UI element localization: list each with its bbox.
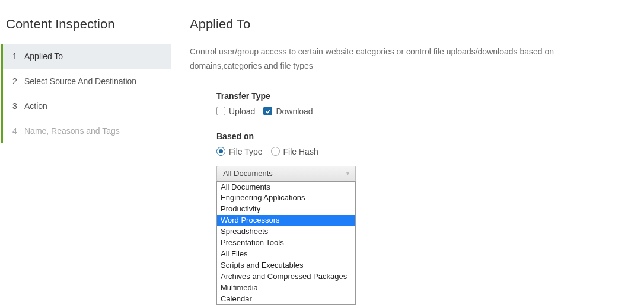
transfer-type-section: Transfer Type Upload Download bbox=[190, 91, 626, 116]
select-value: All Documents bbox=[223, 169, 273, 178]
radio-icon bbox=[271, 147, 280, 156]
select-dropdown: All DocumentsEngineering ApplicationsPro… bbox=[216, 181, 356, 305]
page-title: Applied To bbox=[190, 17, 626, 32]
dropdown-option[interactable]: All Documents bbox=[217, 182, 355, 193]
dropdown-option[interactable]: Productivity bbox=[217, 204, 355, 215]
wizard-step-1[interactable]: 1Applied To bbox=[3, 44, 171, 69]
dropdown-option[interactable]: Word Processors bbox=[217, 215, 355, 226]
step-number: 4 bbox=[12, 126, 24, 136]
file-hash-label: File Hash bbox=[283, 147, 318, 156]
wizard-step-3[interactable]: 3Action bbox=[3, 94, 171, 118]
dropdown-option[interactable]: Archives and Compressed Packages bbox=[217, 271, 355, 282]
download-checkbox[interactable]: Download bbox=[263, 107, 313, 116]
dropdown-option[interactable]: Calendar bbox=[217, 294, 355, 305]
upload-label: Upload bbox=[229, 107, 255, 116]
wizard-steps: 1Applied To2Select Source And Destinatio… bbox=[1, 44, 171, 143]
file-type-radio[interactable]: File Type bbox=[216, 147, 263, 156]
transfer-type-label: Transfer Type bbox=[216, 91, 626, 101]
step-number: 2 bbox=[12, 76, 24, 86]
chevron-down-icon: ▾ bbox=[346, 170, 349, 176]
step-label: Applied To bbox=[24, 52, 162, 61]
step-number: 1 bbox=[12, 52, 24, 61]
download-label: Download bbox=[276, 107, 313, 116]
file-type-select[interactable]: All Documents ▾ All DocumentsEngineering… bbox=[216, 166, 356, 181]
file-hash-radio[interactable]: File Hash bbox=[271, 147, 318, 156]
dropdown-option[interactable]: Multimedia bbox=[217, 282, 355, 294]
based-on-row: File Type File Hash bbox=[216, 147, 626, 156]
dropdown-option[interactable]: Scripts and Executables bbox=[217, 260, 355, 271]
based-on-section: Based on File Type File Hash All Documen… bbox=[190, 131, 626, 181]
dropdown-option[interactable]: Engineering Applications bbox=[217, 192, 355, 204]
dropdown-option[interactable]: Spreadsheets bbox=[217, 226, 355, 237]
wizard-sidebar: Content Inspection 1Applied To2Select So… bbox=[0, 0, 172, 305]
wizard-step-2[interactable]: 2Select Source And Destination bbox=[3, 69, 171, 94]
step-label: Name, Reasons and Tags bbox=[24, 126, 162, 136]
sidebar-title: Content Inspection bbox=[0, 12, 171, 44]
page-description: Control user/group access to certain web… bbox=[190, 45, 626, 73]
step-label: Action bbox=[24, 101, 162, 111]
radio-icon bbox=[216, 147, 225, 156]
checkbox-icon bbox=[263, 107, 272, 115]
based-on-label: Based on bbox=[216, 131, 626, 141]
dropdown-option[interactable]: Presentation Tools bbox=[217, 237, 355, 249]
dropdown-option[interactable]: All Files bbox=[217, 249, 355, 260]
file-type-label: File Type bbox=[229, 147, 263, 156]
transfer-type-row: Upload Download bbox=[216, 107, 626, 116]
step-label: Select Source And Destination bbox=[24, 76, 162, 86]
wizard-step-4: 4Name, Reasons and Tags bbox=[3, 118, 171, 143]
checkbox-icon bbox=[216, 107, 225, 115]
main-panel: Applied To Control user/group access to … bbox=[172, 0, 644, 305]
select-display[interactable]: All Documents ▾ bbox=[216, 166, 356, 181]
step-number: 3 bbox=[12, 101, 24, 111]
upload-checkbox[interactable]: Upload bbox=[216, 107, 255, 116]
